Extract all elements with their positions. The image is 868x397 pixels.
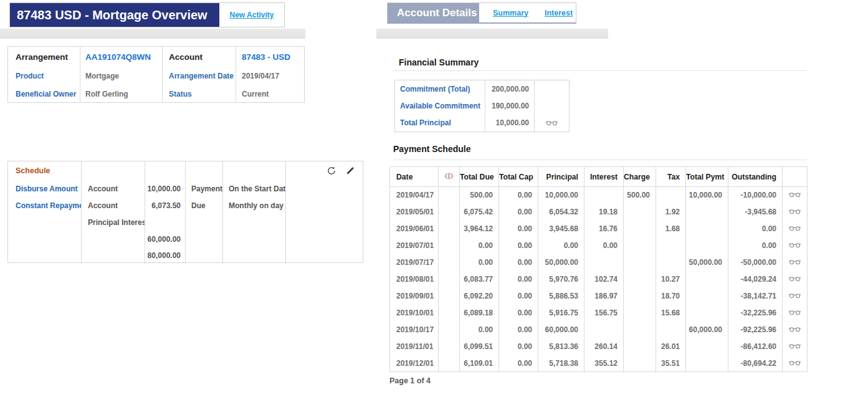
payment-cell-empty [439,305,460,322]
financial-field-value: 10,000.00 [485,114,535,132]
payment-row: 2019/11/016,099.510.005,813.36260.1426.0… [390,338,808,355]
mortgage-overview-page: 87483 USD - Mortgage Overview New Activi… [0,0,868,397]
payment-date: 2019/07/17 [390,254,439,271]
payment-cell-empty [439,271,460,288]
arrangement-field-label: Arrangement Date [163,67,236,85]
eyeglasses-view-icon[interactable] [789,191,801,198]
arrangement-card: ArrangementAA191074Q8WNAccount87483 - US… [7,46,305,103]
payment-cell-empty [439,288,460,305]
tab-summary-link[interactable]: Summary [493,9,528,17]
payment-date: 2019/04/17 [390,187,439,204]
eyeglasses-view-icon[interactable] [789,292,801,299]
payment-cell-empty [439,187,460,204]
eyeglasses-view-icon[interactable] [789,225,801,231]
schedule-field-value: Payment [186,180,223,197]
schedule-cell-empty [82,247,145,264]
schedule-activity-link[interactable]: Constant Repayment [8,197,82,214]
mortgage-header-strip: 87483 USD - Mortgage Overview New Activi… [9,2,285,27]
eyeglasses-view-icon[interactable] [789,208,801,214]
payment-amount: 5,970.76 [538,271,584,288]
payment-date: 2019/06/01 [390,221,439,237]
payment-view-cell [783,305,808,322]
left-horizontal-scrollbar[interactable] [0,29,305,39]
payment-amount: 6,092.20 [460,288,499,305]
account-number-link[interactable]: 87483 - USD [236,47,304,67]
payment-amount: 0.00 [499,271,538,288]
payment-row: 2019/07/010.000.000.000.000.00 [390,237,808,254]
payment-date: 2019/09/01 [390,288,439,305]
arrangement-field-value: Rolf Gerling [80,85,163,102]
eyeglasses-view-icon[interactable] [789,360,801,366]
schedule-cell-empty [8,214,82,231]
financial-summary-card: Commitment (Total)200,000.00Available Co… [394,80,570,132]
payment-amount [686,338,728,355]
payment-amount: -38,142.71 [728,288,783,305]
payment-amount: 0.00 [499,288,538,305]
eyeglasses-view-icon[interactable] [789,326,801,332]
payment-amount: 60,000.00 [686,322,728,338]
payment-view-cell [783,221,808,237]
column-resize-icon[interactable] [444,172,454,180]
payment-amount: 5,718.38 [538,355,584,372]
payment-amount: 0.00 [499,221,538,237]
payment-amount: -32,225.96 [728,305,783,322]
schedule-field-value: 6,073.50 [145,197,186,214]
payment-amount: 6,109.01 [460,355,499,372]
payment-date: 2019/05/01 [390,204,439,221]
payment-amount: 60,000.00 [538,322,584,338]
schedule-field-value: Account [82,197,145,214]
new-activity-link[interactable]: New Activity [230,11,274,19]
financial-summary-title: Financial Summary [399,57,479,67]
tab-account-details[interactable]: Account Details [388,3,479,22]
payment-amount: 6,083.77 [460,271,499,288]
edit-pencil-icon[interactable] [346,166,355,175]
payment-cell-empty [439,254,460,271]
payment-view-cell [783,322,808,338]
payment-amount: 0.00 [460,237,499,254]
financial-field-label: Available Commitment [395,97,485,114]
payment-amount [624,322,656,338]
payment-date: 2019/08/01 [390,271,439,288]
column-header-total-due: Total Due [460,167,499,187]
financial-field-label: Total Principal [395,114,485,132]
schedule-cell-empty [223,161,286,180]
arrangement-id-link[interactable]: AA191074Q8WN [80,47,163,67]
payment-amount: 5,916.75 [538,305,584,322]
financial-field-label: Commitment (Total) [395,80,485,97]
payment-amount: 0.00 [499,338,538,355]
eyeglasses-view-icon[interactable] [546,120,558,126]
payment-view-cell [783,271,808,288]
eyeglasses-view-icon[interactable] [789,242,801,248]
eyeglasses-view-icon[interactable] [789,309,801,315]
schedule-cell-empty [286,180,363,197]
payment-header-row: DateTotal DueTotal CapPrincipalInterestC… [390,167,808,187]
payment-amount [624,338,656,355]
payment-amount: 0.00 [499,187,538,204]
schedule-activity-link[interactable]: Disburse Amount [8,180,82,197]
payment-row: 2019/06/013,964.120.003,945.6816.761.680… [390,221,808,237]
eyeglasses-view-icon[interactable] [789,259,801,265]
eyeglasses-view-icon[interactable] [789,343,801,349]
right-horizontal-scrollbar[interactable] [376,29,608,39]
payment-row: 2019/04/17500.000.0010,000.00500.0010,00… [390,187,808,204]
refresh-icon[interactable] [327,166,336,175]
tab-interest-link[interactable]: Interest [545,9,573,17]
column-resize-header[interactable] [439,167,460,187]
column-header-total-pymt: Total Pymt [686,167,728,187]
payment-amount [624,254,656,271]
payment-amount: 3,964.12 [460,221,499,237]
schedule-cell-empty [223,231,286,247]
column-header-total-cap: Total Cap [499,167,538,187]
column-header-interest: Interest [584,167,624,187]
schedule-cell-empty [223,247,286,264]
eyeglasses-view-icon[interactable] [789,275,801,282]
schedule-cell-empty [223,214,286,231]
payment-amount: 500.00 [460,187,499,204]
schedule-cell-empty [286,197,363,214]
payment-schedule-divider [393,160,807,160]
payment-view-cell [783,237,808,254]
payment-amount: 0.00 [499,237,538,254]
payment-view-cell [783,355,808,372]
financial-summary-divider [393,70,807,71]
payment-amount: 18.70 [656,288,686,305]
